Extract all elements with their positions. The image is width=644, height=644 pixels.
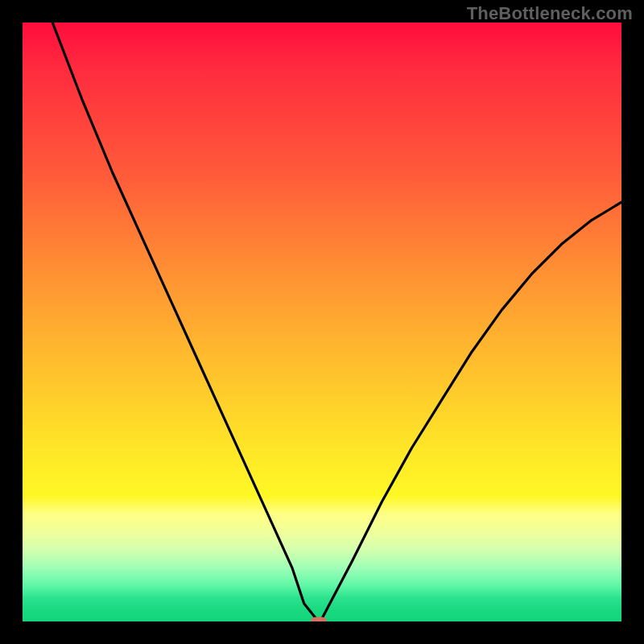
chart-frame: TheBottleneck.com	[0, 0, 644, 644]
plot-area	[23, 23, 621, 621]
optimum-marker	[311, 617, 327, 622]
bottleneck-curve	[23, 23, 621, 621]
watermark-text: TheBottleneck.com	[467, 3, 633, 24]
